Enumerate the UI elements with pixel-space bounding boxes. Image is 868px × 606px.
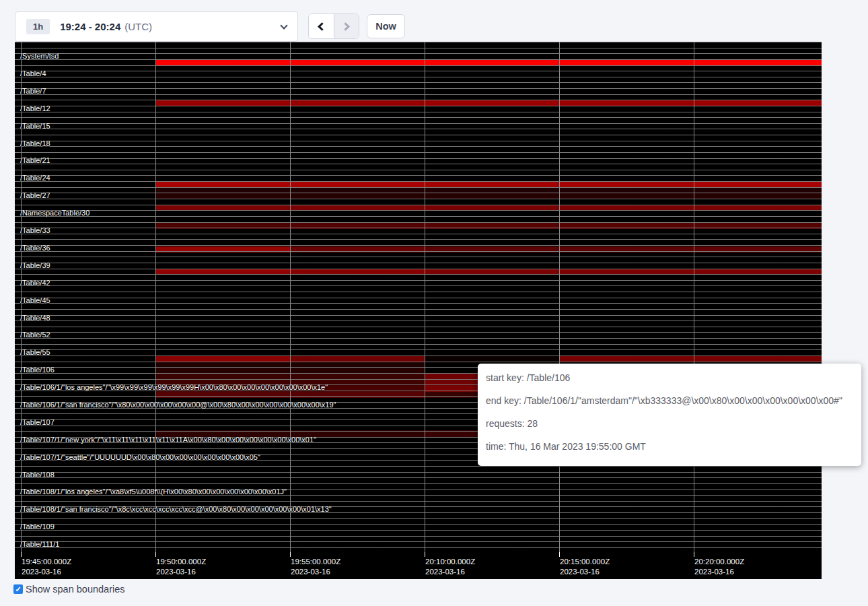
heat-cell <box>694 223 822 229</box>
heat-cell <box>694 356 822 362</box>
heat-cell <box>425 193 559 199</box>
footer: Show span boundaries <box>13 583 125 595</box>
x-axis-label: 20:15:00.000Z2023-03-16 <box>560 557 610 577</box>
heat-cell <box>559 205 694 211</box>
heat-cell <box>425 100 559 106</box>
heat-cell <box>425 269 559 275</box>
heat-cell <box>155 100 290 106</box>
heat-cell <box>694 246 822 252</box>
heat-cell <box>559 246 694 252</box>
heat-cell <box>290 380 425 386</box>
heat-cell <box>425 223 559 229</box>
heat-cell <box>155 362 290 368</box>
heat-cell <box>559 269 694 275</box>
heat-cell <box>694 193 822 199</box>
x-axis-tick <box>694 552 694 557</box>
heat-cell <box>559 181 694 187</box>
chevron-right-icon <box>341 22 350 31</box>
x-axis: 19:45:00.000Z2023-03-1619:50:00.000Z2023… <box>15 552 822 579</box>
heat-cell <box>559 356 694 362</box>
heat-cell <box>290 205 425 211</box>
heat-cell <box>155 193 290 199</box>
heat-cell <box>694 59 822 65</box>
tooltip-start-key: start key: /Table/106 <box>486 373 853 382</box>
heat-bands <box>15 42 822 579</box>
heat-band <box>155 181 822 187</box>
heat-cell <box>425 187 559 193</box>
x-axis-tick <box>559 552 560 557</box>
heat-cell <box>155 356 290 362</box>
heat-band <box>155 246 822 252</box>
next-range-button[interactable] <box>334 14 359 38</box>
heat-band <box>155 100 822 106</box>
time-nav-button-group <box>308 13 359 39</box>
heat-cell <box>694 181 822 187</box>
heat-cell <box>425 181 559 187</box>
heat-cell <box>155 368 290 374</box>
time-range-timezone: (UTC) <box>124 21 152 32</box>
heat-cell <box>425 356 559 362</box>
heat-cell <box>155 269 290 275</box>
tooltip-requests: requests: 28 <box>486 419 853 428</box>
heat-cell <box>559 100 694 106</box>
heat-cell <box>290 181 425 187</box>
heat-cell <box>290 59 425 65</box>
time-range-preset-badge: 1h <box>26 19 50 34</box>
heat-cell <box>559 187 694 193</box>
heat-band <box>155 205 822 211</box>
heat-cell <box>290 386 425 392</box>
heat-cell <box>155 246 290 252</box>
heat-cell <box>155 380 290 386</box>
x-axis-tick <box>425 552 425 557</box>
heat-band <box>155 223 822 229</box>
time-range-text: 19:24 - 20:24 <box>60 21 120 32</box>
heat-cell <box>559 193 694 199</box>
heat-cell <box>559 223 694 229</box>
heat-cell <box>155 187 290 193</box>
x-axis-label: 19:55:00.000Z2023-03-16 <box>291 557 340 577</box>
heat-cell <box>694 187 822 193</box>
prev-range-button[interactable] <box>309 14 334 38</box>
heat-band <box>155 356 822 362</box>
heat-cell <box>155 430 290 437</box>
heat-band <box>155 59 822 65</box>
toolbar: 1h 19:24 - 20:24 (UTC) Now <box>0 0 868 42</box>
heat-cell <box>694 100 822 106</box>
now-button[interactable]: Now <box>367 14 405 38</box>
heat-cell <box>290 269 425 275</box>
heat-cell <box>155 205 290 211</box>
show-span-boundaries-label: Show span boundaries <box>26 583 125 595</box>
heat-band <box>155 187 822 193</box>
heat-cell <box>290 356 425 362</box>
chevron-left-icon <box>318 22 327 31</box>
heat-cell <box>290 362 425 368</box>
heat-cell <box>559 59 694 65</box>
heat-cell <box>694 205 822 211</box>
x-axis-label: 19:45:00.000Z2023-03-16 <box>22 557 71 577</box>
heat-cell <box>155 386 290 392</box>
x-axis-tick <box>21 552 22 557</box>
heat-cell <box>425 205 559 211</box>
heat-cell <box>290 193 425 199</box>
time-range-dropdown[interactable]: 1h 19:24 - 20:24 (UTC) <box>15 11 298 42</box>
show-span-boundaries-checkbox[interactable] <box>13 584 23 594</box>
tooltip-time: time: Thu, 16 Mar 2023 19:55:00 GMT <box>486 442 853 451</box>
chevron-down-icon <box>280 22 287 29</box>
heat-cell <box>290 100 425 106</box>
heat-band <box>155 269 822 275</box>
key-visualizer-canvas[interactable]: /System/tsd/Table/4/Table/7/Table/12/Tab… <box>15 42 822 579</box>
heat-cell <box>425 59 559 65</box>
heat-cell <box>694 269 822 275</box>
heat-cell <box>155 59 290 65</box>
x-axis-label: 19:50:00.000Z2023-03-16 <box>156 557 206 577</box>
heat-cell <box>155 392 290 398</box>
x-axis-tick <box>290 552 291 557</box>
hover-tooltip: start key: /Table/106 end key: /Table/10… <box>478 364 861 466</box>
heat-cell <box>290 374 425 380</box>
x-axis-label: 20:20:00.000Z2023-03-16 <box>694 557 744 577</box>
heat-cell <box>425 246 559 252</box>
heat-cell <box>290 223 425 229</box>
x-axis-label: 20:10:00.000Z2023-03-16 <box>425 557 475 577</box>
heat-cell <box>155 374 290 380</box>
heat-cell <box>290 368 425 374</box>
